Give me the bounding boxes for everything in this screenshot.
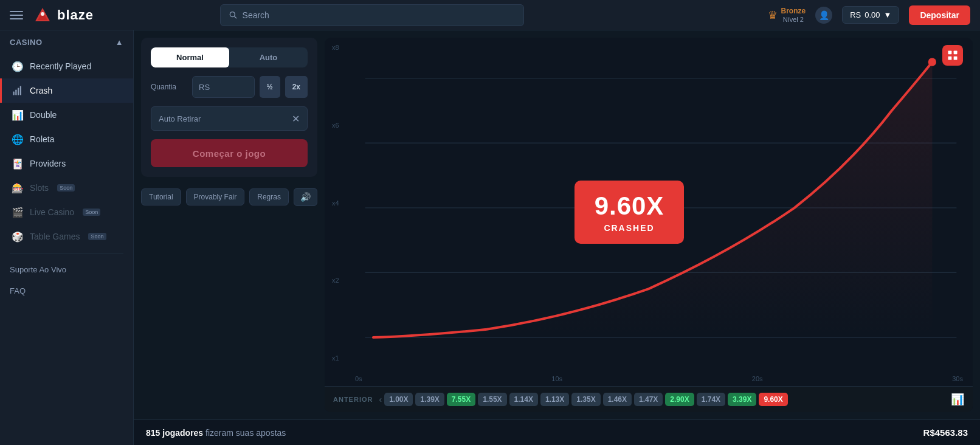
- sidebar-section-header: Casino ▲: [0, 30, 133, 54]
- auto-retirar-label: Auto Retirar: [159, 114, 201, 123]
- svg-line-4: [235, 16, 236, 18]
- sidebar-item-table-games[interactable]: 🎲 Table Games Soon: [0, 224, 133, 249]
- x-label-30s: 30s: [952, 375, 963, 382]
- mult-badge-10: 1.74X: [697, 393, 725, 406]
- logo-icon: [33, 5, 52, 25]
- players-suffix: fizeram suas apostas: [205, 428, 286, 438]
- svg-rect-18: [954, 57, 958, 60]
- crash-multiplier: 9.60X: [594, 191, 664, 221]
- roleta-icon: 🌐: [12, 133, 24, 145]
- sidebar-collapse-icon[interactable]: ▲: [116, 38, 123, 47]
- crash-icon: [12, 85, 24, 97]
- anterior-label: ANTERIOR: [333, 396, 373, 403]
- svg-rect-6: [15, 90, 16, 95]
- x-label-20s: 20s: [752, 375, 763, 382]
- game-area: Normal Auto Quantia RS ½ 2x Auto: [134, 30, 980, 419]
- bronze-label: Bronze: [781, 7, 806, 15]
- svg-point-14: [928, 58, 936, 66]
- table-games-label: Table Games: [30, 232, 80, 241]
- y-label-x8: x8: [332, 44, 339, 51]
- search-input[interactable]: [243, 10, 516, 20]
- mult-badge-7: 1.46X: [603, 393, 632, 406]
- tutorial-button[interactable]: Tutorial: [141, 188, 181, 205]
- header-right: ♛ Bronze Nível 2 👤 RS 0.00 ▼ Depositar: [768, 5, 971, 25]
- sound-button[interactable]: 🔊: [294, 188, 317, 206]
- svg-rect-17: [948, 57, 952, 60]
- chart-area: x1 x2 x4 x6 x8: [325, 38, 973, 386]
- slots-badge: Soon: [57, 184, 75, 191]
- mult-badge-0: 1.00X: [384, 393, 413, 406]
- bottom-stats: 815 jogadores fizeram suas apostas R$456…: [134, 419, 980, 445]
- svg-rect-7: [18, 88, 19, 95]
- balance-amount: 0.00: [864, 10, 880, 19]
- svg-rect-8: [20, 86, 21, 95]
- mult-badge-11: 3.39X: [728, 393, 756, 406]
- mult-badge-8: 1.47X: [634, 393, 663, 406]
- sidebar-item-recently-played[interactable]: 🕒 Recently Played: [0, 54, 133, 78]
- main-content: Normal Auto Quantia RS ½ 2x Auto: [134, 30, 980, 445]
- chart-stats-icon[interactable]: 📊: [951, 393, 964, 406]
- nivel-label: Nível 2: [783, 16, 804, 23]
- logo-text: blaze: [57, 7, 94, 23]
- half-btn[interactable]: ½: [260, 76, 280, 98]
- balance-currency: RS: [850, 10, 861, 19]
- quantia-label: Quantia: [151, 83, 187, 91]
- table-games-icon: 🎲: [12, 230, 24, 243]
- deposit-button[interactable]: Depositar: [909, 5, 970, 25]
- user-icon[interactable]: 👤: [815, 7, 832, 24]
- logo: blaze: [33, 5, 94, 25]
- sidebar-item-roleta[interactable]: 🌐 Roleta: [0, 127, 133, 151]
- mult-badge-1: 1.39X: [415, 393, 444, 406]
- y-label-x2: x2: [332, 277, 339, 284]
- quantia-input-group[interactable]: RS: [192, 76, 255, 98]
- providers-icon: 🃏: [12, 157, 24, 170]
- y-label-x4: x4: [332, 199, 339, 207]
- chart-panel: x1 x2 x4 x6 x8: [325, 38, 973, 412]
- sidebar-item-live-casino[interactable]: 🎬 Live Casino Soon: [0, 200, 133, 224]
- crown-icon: ♛: [768, 9, 778, 22]
- sidebar-item-slots[interactable]: 🎰 Slots Soon: [0, 176, 133, 200]
- balance-chevron-icon: ▼: [884, 10, 892, 19]
- auto-retirar-close[interactable]: ✕: [292, 113, 300, 125]
- prev-arrow-button[interactable]: ‹: [379, 395, 382, 404]
- sidebar-item-double[interactable]: 📊 Double: [0, 103, 133, 127]
- x-label-10s: 10s: [551, 375, 562, 382]
- double-btn[interactable]: 2x: [285, 76, 308, 98]
- start-game-button[interactable]: Começar o jogo: [151, 139, 308, 167]
- recently-played-icon: 🕒: [12, 60, 24, 72]
- svg-rect-16: [954, 51, 958, 55]
- live-casino-icon: 🎬: [12, 206, 24, 218]
- crash-display: 9.60X CRASHED: [575, 181, 684, 244]
- auto-retirar-row: Auto Retirar ✕: [151, 106, 308, 131]
- svg-rect-15: [948, 51, 952, 55]
- recently-played-label: Recently Played: [30, 61, 91, 71]
- level-badge: Bronze Nível 2: [781, 7, 806, 23]
- svg-point-2: [41, 12, 44, 16]
- chart-corner-icon: [942, 45, 963, 66]
- sidebar-item-providers[interactable]: 🃏 Providers: [0, 151, 133, 176]
- mult-badge-12: 9.60X: [759, 393, 787, 406]
- y-label-x6: x6: [332, 122, 339, 129]
- double-icon: 📊: [12, 109, 24, 121]
- sidebar: Casino ▲ 🕒 Recently Played Crash 📊 Doubl…: [0, 30, 134, 445]
- main-layout: Casino ▲ 🕒 Recently Played Crash 📊 Doubl…: [0, 30, 980, 445]
- crash-crashed-label: CRASHED: [594, 223, 664, 233]
- providers-label: Providers: [30, 159, 66, 168]
- live-casino-badge: Soon: [83, 209, 100, 216]
- tab-normal[interactable]: Normal: [151, 47, 229, 67]
- table-games-badge: Soon: [88, 233, 106, 240]
- sidebar-faq[interactable]: FAQ: [0, 280, 133, 302]
- menu-icon[interactable]: [10, 11, 23, 19]
- svg-rect-5: [13, 92, 15, 95]
- search-bar[interactable]: [220, 4, 524, 26]
- tab-auto[interactable]: Auto: [229, 47, 308, 67]
- sidebar-support[interactable]: Suporte Ao Vivo: [0, 259, 133, 280]
- slots-icon: 🎰: [12, 182, 24, 194]
- players-text: 815 jogadores fizeram suas apostas: [146, 428, 286, 438]
- casino-label: Casino: [10, 38, 43, 47]
- provably-fair-button[interactable]: Provably Fair: [186, 188, 245, 205]
- slots-label: Slots: [30, 183, 49, 193]
- balance-button[interactable]: RS 0.00 ▼: [842, 6, 899, 24]
- sidebar-item-crash[interactable]: Crash: [0, 78, 133, 103]
- regras-button[interactable]: Regras: [249, 188, 289, 205]
